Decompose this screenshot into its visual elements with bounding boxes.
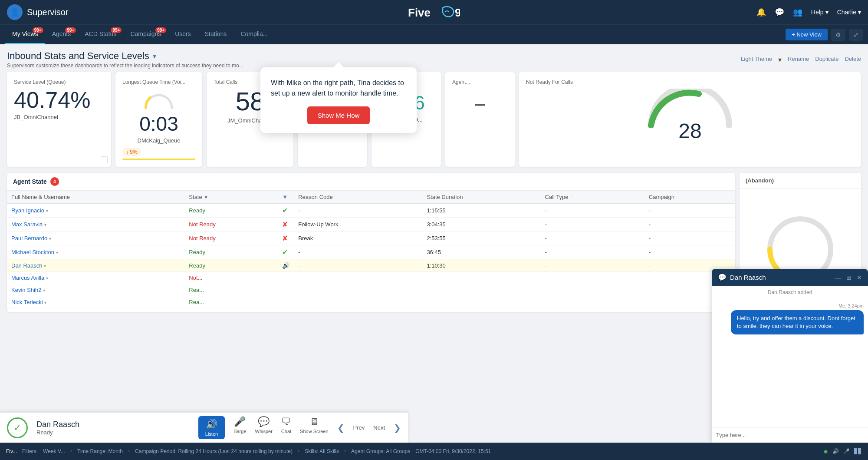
agent-state-badge: 4 — [50, 177, 59, 186]
col-state[interactable]: State ▼ — [184, 191, 278, 204]
col-campaign[interactable]: Campaign — [644, 191, 735, 204]
show-screen-button[interactable]: 🖥 Show Screen — [300, 416, 328, 439]
agent-name[interactable]: Paul Bernardo ▾ — [7, 232, 184, 245]
users-icon[interactable]: 👥 — [793, 7, 802, 17]
tab-my-views[interactable]: My Views 99+ — [5, 25, 45, 44]
agent-name[interactable]: Ryan Ignacio ▾ — [7, 204, 184, 218]
agent-name[interactable]: Marcus Avilla ▾ — [7, 272, 184, 284]
agent-duration: 36:45 — [422, 245, 540, 259]
status-icon: ✔ — [282, 248, 288, 256]
status-bar-icon: ▊▊ — [854, 448, 862, 454]
table-row[interactable]: Kevin Shih2 ▾ Rea... — [7, 284, 735, 296]
chat-messages: Me, 3:24pm Hello, try and offer them a d… — [712, 299, 868, 427]
volume-icon: 🔊 — [832, 448, 839, 454]
screen-icon: 🖥 — [309, 416, 319, 427]
logo-icon: 👤 — [7, 4, 23, 20]
table-row[interactable]: Ryan Ignacio ▾ Ready ✔ - 1:15:55 - - — [7, 204, 735, 218]
agent-call-type-extra — [636, 204, 644, 218]
table-row[interactable]: Michael Stockton ▾ Ready ✔ - 36:45 - - — [7, 245, 735, 259]
col-calltype[interactable]: Call Type ↑ — [541, 191, 636, 204]
agent-name[interactable]: Nick Terlecki ▾ — [7, 296, 184, 308]
table-row[interactable]: Max Saravia ▾ Not Ready ✘ Follow-Up Work… — [7, 218, 735, 232]
page-subtitle: Supervisors customize these dashboards t… — [7, 63, 243, 69]
agent-state: Not... — [184, 272, 278, 284]
tab-users[interactable]: Users — [168, 25, 198, 44]
agent-status-indicator — [278, 308, 294, 312]
agent-state: Rea... — [184, 308, 278, 312]
help-menu[interactable]: Help ▾ — [811, 9, 829, 16]
table-row[interactable]: Marcus Avilla ▾ Not... — [7, 272, 735, 284]
agent-name[interactable]: Kevin Shih2 ▾ — [7, 284, 184, 296]
agent-duration — [422, 296, 540, 308]
agent-status-indicator — [278, 284, 294, 296]
agent-value: – — [452, 94, 508, 113]
agent-state: Rea... — [184, 284, 278, 296]
light-theme-link[interactable]: Light Theme — [741, 56, 772, 64]
col-duration[interactable]: State Duration — [422, 191, 540, 204]
chat-close-button[interactable]: ✕ — [857, 274, 862, 281]
filter-settings-button[interactable]: ⚙ — [831, 29, 845, 41]
agent-state: Ready — [184, 245, 278, 259]
whisper-button[interactable]: 💬 Whisper — [255, 416, 273, 439]
col-name[interactable]: Full Name & Username — [7, 191, 184, 204]
user-menu[interactable]: Charlie ▾ — [837, 9, 861, 16]
resize-handle[interactable] — [101, 156, 108, 163]
agent-reason — [294, 272, 422, 284]
col-filter[interactable]: ▼ — [278, 191, 294, 204]
agent-title: Agent... — [452, 79, 508, 85]
chat-expand-button[interactable]: ⊞ — [846, 274, 852, 281]
chat-icon[interactable]: 💬 — [775, 7, 784, 17]
agent-call-type: - — [541, 245, 636, 259]
abandon-chart-title: (Abandon) — [740, 173, 861, 189]
tab-compliance[interactable]: Complia... — [233, 25, 275, 44]
bottom-agent-groups: Agent Groups: All Groups — [351, 448, 410, 454]
listen-button[interactable]: 🔊 Listen — [198, 416, 225, 439]
tab-agents[interactable]: Agents 99+ — [45, 25, 78, 44]
show-me-how-button[interactable]: Show Me How — [307, 106, 370, 124]
barge-icon: 🎤 — [234, 416, 246, 427]
agent-reason: - — [294, 245, 422, 259]
agent-name[interactable]: Michael Stockton ▾ — [7, 245, 184, 259]
chat-minimize-button[interactable]: — — [835, 274, 841, 281]
agent-name[interactable]: Dan Raasch ▾ — [7, 259, 184, 272]
tab-stations[interactable]: Stations — [198, 25, 234, 44]
agent-name[interactable]: Matthew Able ▾ — [7, 308, 184, 312]
table-row[interactable]: Matthew Able ▾ Rea... — [7, 308, 735, 312]
delete-link[interactable]: Delete — [845, 56, 861, 64]
table-row[interactable]: Dan Raasch ▾ Ready 🔊 - 1:10:30 - - — [7, 259, 735, 272]
service-level-card: Service Level (Queue) 40.74% JB_OmniChan… — [7, 72, 111, 167]
agent-state: Rea... — [184, 296, 278, 308]
gauge-svg — [141, 89, 176, 110]
tab-acd-status[interactable]: ACD Status 99+ — [78, 25, 123, 44]
tab-campaigns[interactable]: Campaigns 99+ — [123, 25, 168, 44]
bell-icon[interactable]: 🔔 — [756, 7, 766, 17]
agent-status-indicator — [278, 296, 294, 308]
agent-call-type — [541, 272, 636, 284]
table-row[interactable]: Paul Bernardo ▾ Not Ready ✘ Break 2:53:5… — [7, 232, 735, 245]
page-title-dropdown[interactable]: ▾ — [153, 52, 156, 60]
agent-name[interactable]: Max Saravia ▾ — [7, 218, 184, 232]
chat-button[interactable]: 🗨 Chat — [281, 416, 291, 439]
table-row[interactable]: Nick Terlecki ▾ Rea... — [7, 296, 735, 308]
rename-link[interactable]: Rename — [788, 56, 809, 64]
expand-button[interactable]: ⤢ — [849, 29, 863, 41]
chat-input[interactable] — [716, 432, 864, 438]
status-icon: 🔊 — [282, 262, 289, 269]
service-level-label: JB_OmniChannel — [14, 114, 104, 120]
agent-duration — [422, 284, 540, 296]
agent-reason — [294, 296, 422, 308]
agent-call-type-extra — [636, 272, 644, 284]
next-button[interactable]: ❯ — [394, 423, 401, 433]
tooltip-popup: With Mike on the right path, Tina decide… — [260, 67, 417, 133]
new-view-button[interactable]: + New View — [786, 29, 828, 40]
agent-call-type — [541, 284, 636, 296]
duplicate-link[interactable]: Duplicate — [815, 56, 838, 64]
col-reason[interactable]: Reason Code — [294, 191, 422, 204]
prev-button[interactable]: ❮ — [337, 423, 345, 433]
agent-state: Ready — [184, 204, 278, 218]
longest-queue-label: DMcKaig_Queue — [122, 137, 195, 144]
agent-reason — [294, 308, 422, 312]
barge-button[interactable]: 🎤 Barge — [233, 416, 246, 439]
top-nav-right: 🔔 💬 👥 Help ▾ Charlie ▾ — [756, 7, 861, 17]
agent-campaign: - — [644, 232, 735, 245]
